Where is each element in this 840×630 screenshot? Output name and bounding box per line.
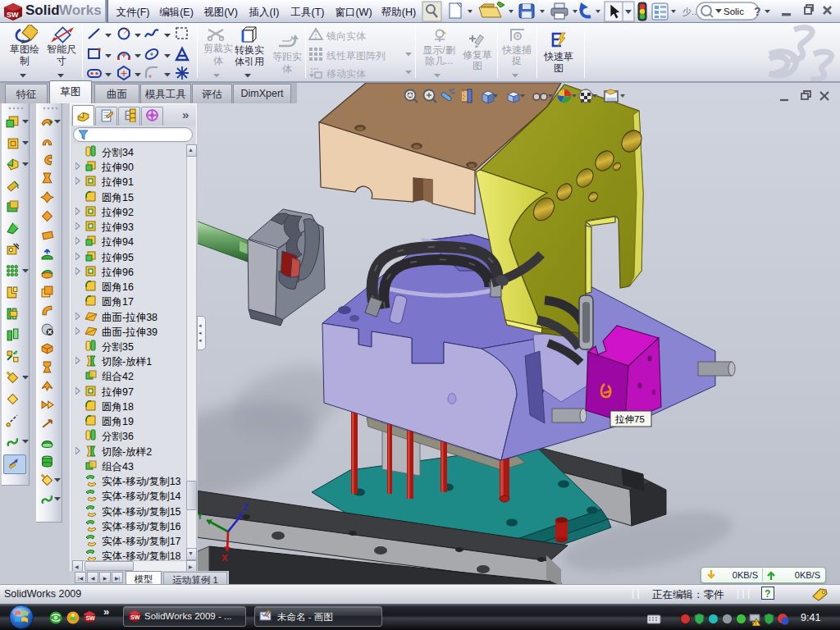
svg-text:SW: SW [130,614,140,620]
svg-text:Y: Y [197,511,203,521]
svg-text:SW: SW [7,11,19,19]
svg-text:少..: 少.. [682,7,696,16]
svg-text:SW: SW [85,615,95,621]
svg-text:拉伸75: 拉伸75 [614,414,645,424]
svg-text:Z: Z [243,502,249,512]
svg-text:!: ! [755,620,756,626]
svg-text:Solic: Solic [724,7,744,16]
svg-text:?: ? [754,5,761,18]
svg-text:X: X [221,553,228,563]
